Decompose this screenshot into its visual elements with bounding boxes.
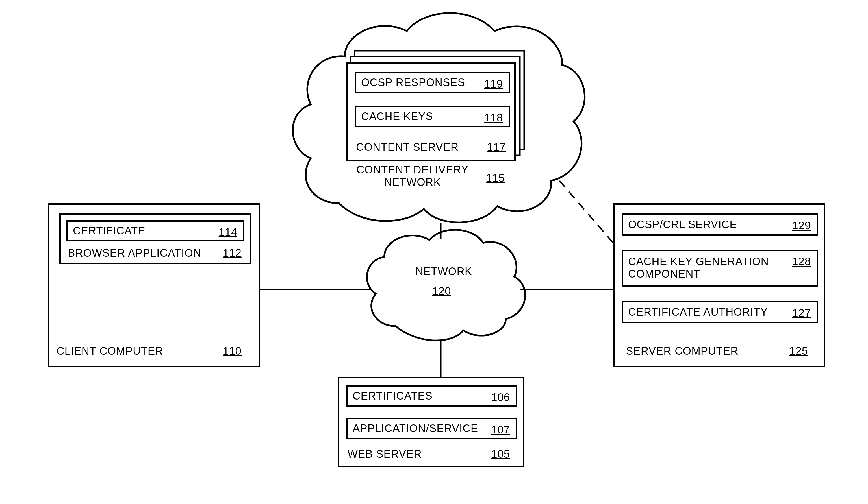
browser-application-ref: 112 [223,247,241,259]
ocsp-crl-service-ref: 129 [792,220,811,232]
server-computer-ref: 125 [789,345,808,357]
certificate-box: CERTIFICATE 114 [66,220,245,241]
certificates-label: CERTIFICATES [353,390,433,402]
application-service-box: APPLICATION/SERVICE 107 [346,418,517,439]
ocsp-responses-label: OCSP RESPONSES [361,76,465,89]
certificates-ref: 106 [492,391,510,403]
certificate-label: CERTIFICATE [73,225,145,237]
cache-key-generation-label: CACHE KEY GENERATION COMPONENT [628,255,786,280]
web-server-box: CERTIFICATES 106 APPLICATION/SERVICE 107… [338,377,524,467]
server-computer-box: OCSP/CRL SERVICE 129 CACHE KEY GENERATIO… [613,203,825,367]
certificate-ref: 114 [219,226,237,238]
line-cdn-server-dashed [559,181,613,243]
network-ref: 120 [432,285,451,297]
certificate-authority-label: CERTIFICATE AUTHORITY [628,306,768,318]
ocsp-responses-box: OCSP RESPONSES 119 [354,72,510,93]
certificate-authority-ref: 127 [792,307,811,319]
browser-application-box: CERTIFICATE 114 BROWSER APPLICATION 112 [59,213,251,264]
cdn-title: CONTENT DELIVERY NETWORK [352,164,473,188]
client-computer-ref: 110 [223,345,241,357]
content-server-ref: 117 [487,141,506,153]
cache-keys-box: CACHE KEYS 118 [354,106,510,127]
client-computer-title: CLIENT COMPUTER [56,345,163,357]
content-server-label: CONTENT SERVER [356,141,458,153]
web-server-title: WEB SERVER [348,448,422,460]
ocsp-responses-ref: 119 [484,78,503,90]
content-server-box: OCSP RESPONSES 119 CACHE KEYS 118 CONTEN… [346,62,516,161]
ocsp-crl-service-box: OCSP/CRL SERVICE 129 [622,213,818,236]
cache-keys-ref: 118 [484,112,503,124]
browser-application-label: BROWSER APPLICATION [68,247,201,259]
web-server-ref: 105 [492,448,510,460]
certificates-box: CERTIFICATES 106 [346,386,517,407]
cache-keys-label: CACHE KEYS [361,111,433,123]
server-computer-title: SERVER COMPUTER [626,345,738,357]
cache-key-generation-box: CACHE KEY GENERATION COMPONENT 128 [622,250,818,286]
cdn-ref: 115 [486,172,505,185]
application-service-ref: 107 [492,424,510,436]
ocsp-crl-service-label: OCSP/CRL SERVICE [628,219,737,231]
client-computer-box: CERTIFICATE 114 BROWSER APPLICATION 112 … [48,203,260,367]
cache-key-generation-ref: 128 [792,255,811,268]
application-service-label: APPLICATION/SERVICE [353,422,478,434]
network-title: NETWORK [415,265,472,277]
certificate-authority-box: CERTIFICATE AUTHORITY 127 [622,301,818,323]
